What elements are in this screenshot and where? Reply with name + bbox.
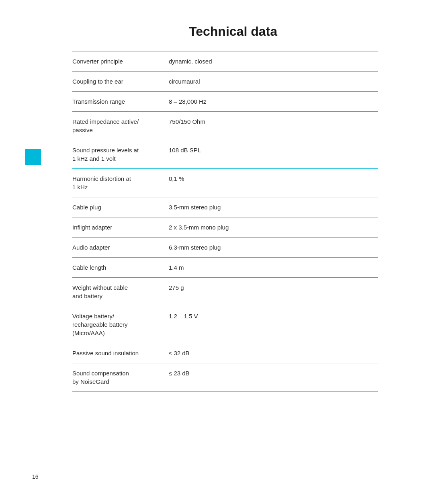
- table-row: Rated impedance active/ passive750/150 O…: [72, 111, 378, 140]
- table-row: Inflight adapter2 x 3.5-mm mono plug: [72, 217, 378, 237]
- table-row: Cable plug3.5-mm stereo plug: [72, 197, 378, 217]
- table-row: Voltage battery/ rechargeable battery (M…: [72, 306, 378, 343]
- row-value: 3.5-mm stereo plug: [169, 203, 378, 211]
- row-label: Sound compensation by NoiseGard: [72, 369, 169, 386]
- blue-square-decoration: [25, 149, 41, 165]
- row-value: 0,1 %: [169, 174, 378, 183]
- row-value: 6.3-mm stereo plug: [169, 243, 378, 252]
- page-title: Technical data: [32, 24, 402, 39]
- row-value: dynamic, closed: [169, 57, 378, 66]
- row-value: ≤ 23 dB: [169, 369, 378, 377]
- table-row: Transmission range8 – 28,000 Hz: [72, 91, 378, 111]
- row-label: Passive sound insulation: [72, 349, 169, 357]
- row-value: 2 x 3.5-mm mono plug: [169, 223, 378, 232]
- row-value: 750/150 Ohm: [169, 117, 378, 126]
- row-label: Weight without cable and battery: [72, 283, 169, 300]
- table-row: Harmonic distortion at 1 kHz0,1 %: [72, 168, 378, 197]
- row-label: Voltage battery/ rechargeable battery (M…: [72, 312, 169, 337]
- row-label: Transmission range: [72, 97, 169, 106]
- table-row: Audio adapter6.3-mm stereo plug: [72, 237, 378, 257]
- row-label: Audio adapter: [72, 243, 169, 252]
- table-row: Converter principledynamic, closed: [72, 51, 378, 71]
- page-number: 16: [32, 473, 39, 480]
- row-label: Sound pressure levels at 1 kHz and 1 vol…: [72, 146, 169, 163]
- row-label: Converter principle: [72, 57, 169, 66]
- row-value: 1.4 m: [169, 263, 378, 272]
- technical-data-table: Converter principledynamic, closedCoupli…: [72, 51, 378, 392]
- row-label: Cable plug: [72, 203, 169, 211]
- table-row: Passive sound insulation≤ 32 dB: [72, 343, 378, 363]
- page-container: Technical data Converter principledynami…: [0, 0, 434, 504]
- row-value: 8 – 28,000 Hz: [169, 97, 378, 106]
- row-label: Coupling to the ear: [72, 77, 169, 86]
- row-value: circumaural: [169, 77, 378, 86]
- row-value: 108 dB SPL: [169, 146, 378, 154]
- row-label: Rated impedance active/ passive: [72, 117, 169, 134]
- row-label: Inflight adapter: [72, 223, 169, 232]
- table-row: Coupling to the earcircumaural: [72, 71, 378, 91]
- row-value: 1.2 – 1.5 V: [169, 312, 378, 320]
- row-label: Harmonic distortion at 1 kHz: [72, 174, 169, 191]
- table-row: Sound compensation by NoiseGard≤ 23 dB: [72, 363, 378, 392]
- row-label: Cable length: [72, 263, 169, 272]
- table-row: Cable length1.4 m: [72, 257, 378, 277]
- row-value: 275 g: [169, 283, 378, 292]
- table-row: Sound pressure levels at 1 kHz and 1 vol…: [72, 140, 378, 168]
- table-row: Weight without cable and battery275 g: [72, 277, 378, 306]
- row-value: ≤ 32 dB: [169, 349, 378, 357]
